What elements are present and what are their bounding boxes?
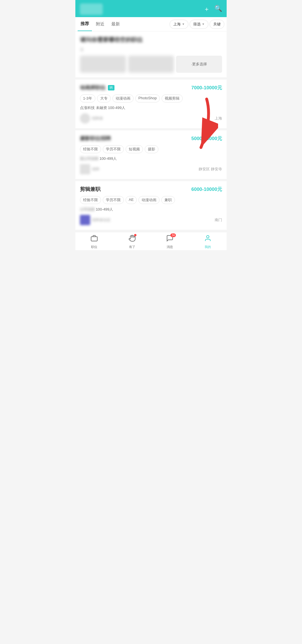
job-tag: 视频剪辑	[162, 94, 183, 102]
notification-dot	[134, 234, 136, 236]
keyword-filter[interactable]: 关键	[210, 20, 224, 29]
banner-cards: · 更多选择	[80, 56, 222, 73]
job-badge-1: 聘	[108, 85, 114, 90]
avatar-image	[80, 164, 90, 174]
chat-icon: 34	[166, 235, 174, 244]
nav-label-messages: 消息	[167, 245, 173, 249]
job-salary-1: 7000-10000元	[191, 84, 222, 91]
job-tag: 经验不限	[80, 196, 101, 204]
tab-recommend[interactable]: 推荐	[78, 17, 92, 31]
svg-rect-1	[91, 237, 97, 241]
avatar-name: 招聘者信息	[92, 217, 110, 223]
job-title-3: 剪辑兼职	[80, 186, 100, 193]
job-company-3: 公司名称 100-499人	[80, 207, 222, 212]
job-card-2[interactable]: 摄影职位招聘 5000-10000元 经验不限 学历不限 短视频 摄影 某公司名…	[75, 130, 227, 179]
job-header-3: 剪辑兼职 6000-10000元	[80, 186, 222, 193]
job-avatar-2: 招聘	[80, 164, 99, 174]
job-card-1[interactable]: 动画师职位 聘 7000-10000元 1-3年 大专 动漫动画 PhotoSh…	[75, 80, 227, 128]
job-location-3: 南门	[215, 217, 222, 223]
job-location-1: 上海	[215, 116, 222, 121]
job-tag: 动漫动画	[138, 196, 160, 204]
job-title-1: 动画师职位	[80, 84, 106, 91]
tab-nearby[interactable]: 附近	[93, 17, 107, 31]
banner-card-2[interactable]	[128, 56, 174, 73]
job-tag: 摄影	[145, 145, 158, 153]
svg-point-2	[206, 235, 209, 238]
job-tag: 学历不限	[103, 145, 124, 153]
banner-card-1[interactable]	[80, 56, 126, 73]
nav-label-youle: 有了	[129, 245, 135, 249]
job-salary-3: 6000-10000元	[191, 186, 222, 193]
nav-item-youle[interactable]: 有了	[113, 235, 151, 249]
bottom-nav: 职位 有了 34 消息	[75, 232, 227, 250]
job-tag: 1-3年	[80, 94, 95, 102]
header-actions: ＋ 🔍	[204, 5, 222, 13]
job-company-2: 某公司名称 100-499人	[80, 156, 222, 161]
job-tag: 经验不限	[80, 145, 101, 153]
banner-subtitle: 立	[80, 47, 222, 52]
job-card-3[interactable]: 剪辑兼职 6000-10000元 经验不限 学历不限 AE 动漫动画 兼职 公司…	[75, 181, 227, 230]
person-icon	[204, 235, 212, 244]
city-filter[interactable]: 上海 ▼	[170, 20, 188, 29]
job-tag: AE	[126, 196, 137, 204]
hand-icon	[128, 235, 136, 244]
tab-latest[interactable]: 最新	[108, 17, 123, 31]
job-tags-3: 经验不限 学历不限 AE 动漫动画 兼职	[80, 196, 222, 204]
job-title-2: 摄影职位招聘	[80, 135, 111, 142]
job-tag: 兼职	[161, 196, 175, 204]
job-footer-1: 招聘者 上海	[80, 113, 222, 124]
banner-card-more[interactable]: · 更多选择	[176, 56, 222, 73]
avatar-image	[80, 215, 90, 225]
nav-item-jobs[interactable]: 职位	[75, 235, 113, 249]
nav-label-jobs: 职位	[91, 245, 97, 249]
job-tag-photoshop: PhotoShop	[135, 94, 160, 102]
app-header: ＋ 🔍	[75, 0, 227, 17]
banner-title: 请问你需要哪些空的职位	[80, 36, 222, 44]
job-location-2: 静安区 静安寺	[199, 167, 222, 172]
banner-section: 请问你需要哪些空的职位 立 · 更多选择	[75, 31, 227, 77]
job-avatar-1: 招聘者	[80, 113, 103, 124]
job-tags-1: 1-3年 大专 动漫动画 PhotoShop 视频剪辑	[80, 94, 222, 102]
nav-bar: 推荐 附近 最新 上海 ▼ 筛选 ▼ 关键	[75, 17, 227, 31]
briefcase-icon	[90, 235, 98, 244]
app-logo	[80, 3, 103, 15]
job-tag: 学历不限	[103, 196, 124, 204]
search-button[interactable]: 🔍	[214, 5, 222, 13]
avatar-image	[80, 113, 90, 124]
job-tag: 大专	[97, 94, 111, 102]
job-title-row-1: 动画师职位 聘	[80, 84, 114, 91]
nav-label-profile: 我的	[205, 245, 211, 249]
avatar-name: 招聘	[92, 167, 99, 172]
message-badge: 34	[170, 233, 176, 237]
filter-btn[interactable]: 筛选 ▼	[190, 20, 208, 29]
job-tag: 动漫动画	[112, 94, 134, 102]
nav-item-messages[interactable]: 34 消息	[151, 235, 189, 249]
job-tags-2: 经验不限 学历不限 短视频 摄影	[80, 145, 222, 153]
job-title-area-2: 摄影职位招聘	[80, 135, 111, 142]
add-button[interactable]: ＋	[204, 5, 210, 13]
job-header-2: 摄影职位招聘 5000-10000元	[80, 135, 222, 142]
job-footer-3: 招聘者信息 南门	[80, 215, 222, 225]
job-footer-2: 招聘 静安区 静安寺	[80, 164, 222, 174]
job-tag: 短视频	[126, 145, 143, 153]
job-salary-2: 5000-10000元	[191, 135, 222, 142]
job-company-1: 点涨科技 未融资 100-499人	[80, 105, 222, 110]
nav-item-profile[interactable]: 我的	[189, 235, 227, 249]
job-avatar-3: 招聘者信息	[80, 215, 110, 225]
avatar-name: 招聘者	[92, 116, 103, 121]
job-header-1: 动画师职位 聘 7000-10000元	[80, 84, 222, 91]
